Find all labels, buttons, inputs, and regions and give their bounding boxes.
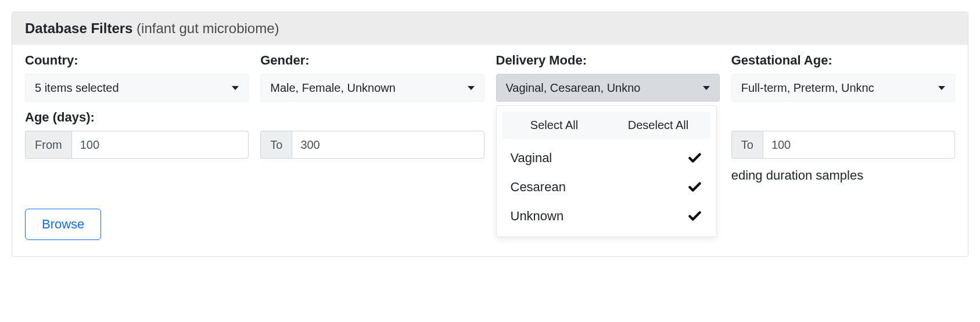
partial-visible-text: eding duration samples	[731, 168, 955, 183]
option-vaginal[interactable]: Vaginal	[502, 144, 710, 173]
caret-down-icon	[468, 86, 475, 90]
panel-body: Country: 5 items selected Gender: Male, …	[12, 45, 968, 256]
age-days-label: Age (days):	[25, 110, 249, 125]
gestational-age-label: Gestational Age:	[731, 53, 955, 68]
country-dropdown[interactable]: 5 items selected	[25, 74, 249, 102]
caret-down-icon	[232, 86, 239, 90]
select-all-button[interactable]: Select All	[502, 112, 606, 139]
panel-title: Database Filters	[25, 20, 132, 36]
panel-title-context: (infant gut microbiome)	[137, 20, 279, 36]
age-from-col: Age (days): From	[25, 110, 249, 183]
from-addon: From	[25, 131, 71, 159]
gender-label: Gender:	[260, 53, 484, 68]
age-to-group: To	[260, 131, 484, 159]
delivery-mode-dropdown[interactable]: Vaginal, Cesarean, Unkno	[496, 74, 720, 102]
age-from-group: From	[25, 131, 249, 159]
right-to-input[interactable]	[763, 131, 955, 159]
right-to-group: To	[731, 131, 955, 159]
deselect-all-button[interactable]: Deselect All	[606, 112, 710, 139]
country-col: Country: 5 items selected	[25, 53, 249, 102]
filter-row-2: Age (days): From To	[25, 110, 955, 183]
browse-button[interactable]: Browse	[25, 209, 101, 240]
spacer-label	[260, 110, 484, 125]
country-label: Country:	[25, 53, 249, 68]
database-filters-panel: Database Filters (infant gut microbiome)…	[12, 12, 968, 257]
menu-header: Select All Deselect All	[502, 112, 710, 139]
option-unknown[interactable]: Unknown	[502, 202, 710, 231]
country-selected-text: 5 items selected	[35, 81, 226, 95]
option-label: Vaginal	[511, 151, 552, 166]
delivery-mode-label: Delivery Mode:	[496, 53, 720, 68]
delivery-mode-menu: Select All Deselect All Vaginal Cesarean	[496, 105, 717, 237]
spacer-label	[731, 110, 955, 125]
caret-down-icon	[703, 86, 710, 90]
right-to-col: To eding duration samples	[731, 110, 955, 183]
gestational-age-dropdown[interactable]: Full-term, Preterm, Unknc	[731, 74, 955, 102]
to-addon: To	[731, 131, 763, 159]
age-to-col: To	[260, 110, 484, 183]
caret-down-icon	[938, 86, 945, 90]
delivery-mode-selected-text: Vaginal, Cesarean, Unkno	[506, 81, 697, 95]
option-label: Unknown	[511, 209, 564, 224]
gestational-age-col: Gestational Age: Full-term, Preterm, Unk…	[731, 53, 955, 102]
check-icon	[687, 151, 702, 166]
option-label: Cesarean	[511, 180, 566, 195]
filter-row-1: Country: 5 items selected Gender: Male, …	[25, 53, 955, 102]
age-from-input[interactable]	[71, 131, 249, 159]
age-to-input[interactable]	[292, 131, 484, 159]
delivery-mode-col: Delivery Mode: Vaginal, Cesarean, Unkno …	[496, 53, 720, 102]
panel-header: Database Filters (infant gut microbiome)	[12, 12, 968, 45]
gender-selected-text: Male, Female, Unknown	[270, 81, 461, 95]
check-icon	[687, 180, 702, 195]
gender-col: Gender: Male, Female, Unknown	[260, 53, 484, 102]
gender-dropdown[interactable]: Male, Female, Unknown	[260, 74, 484, 102]
check-icon	[687, 209, 702, 224]
to-addon: To	[260, 131, 292, 159]
gestational-age-selected-text: Full-term, Preterm, Unknc	[741, 81, 932, 95]
option-cesarean[interactable]: Cesarean	[502, 173, 710, 202]
